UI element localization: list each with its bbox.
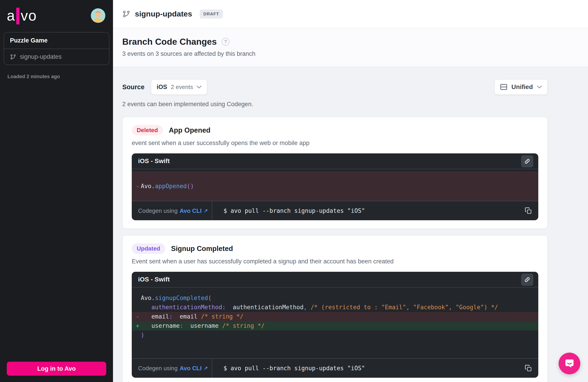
chevron-down-icon xyxy=(537,85,542,89)
avatar-image xyxy=(91,8,105,23)
codegen-footer: Codegen using Avo CLI ↗ $ avo pull --bra… xyxy=(132,201,538,220)
branch-titlebar: signup-updates DRAFT xyxy=(113,0,588,28)
copy-command-button[interactable] xyxy=(525,201,538,220)
sidebar-item-workspace[interactable]: Puzzle Game xyxy=(4,33,109,49)
code-language-label: iOS - Swift xyxy=(138,158,170,165)
code-line: -Avo.appOpened() xyxy=(132,171,538,201)
logo-pink-bar-icon xyxy=(16,8,20,24)
event-title: Signup Completed xyxy=(171,245,233,253)
link-icon xyxy=(524,158,530,164)
section-header: Branch Code Changes 3 events on 3 source… xyxy=(113,28,588,67)
event-card-app-opened: Deleted App Opened event sent when a use… xyxy=(122,117,548,229)
section-subtitle: 3 events on 3 sources are affected by th… xyxy=(122,50,579,57)
copy-link-button[interactable] xyxy=(521,155,533,167)
code-line: ) xyxy=(132,330,538,340)
avatar[interactable] xyxy=(91,8,105,23)
event-description: event sent when a user successfully open… xyxy=(132,140,538,147)
code-line: - email: email /* string */ xyxy=(132,312,538,321)
source-label: Source xyxy=(122,83,144,91)
avo-logo[interactable]: avo xyxy=(7,7,37,24)
codegen-label: Codegen using xyxy=(138,365,178,372)
copy-icon xyxy=(525,365,532,372)
link-icon xyxy=(524,277,530,283)
sidebar: avo Puzzle Game signup-update xyxy=(0,0,113,382)
unified-view-icon xyxy=(500,84,507,90)
content-area: Source iOS 2 events Unified 2 events can… xyxy=(113,67,588,382)
code-line: + username: username /* string */ xyxy=(132,321,538,330)
cli-command: $ avo pull --branch signup-updates "iOS" xyxy=(212,201,525,220)
copy-command-button[interactable] xyxy=(525,359,538,378)
external-link-icon[interactable]: ↗ xyxy=(204,365,208,371)
section-title: Branch Code Changes xyxy=(122,37,217,47)
source-value: iOS xyxy=(157,83,167,91)
chat-bubble-icon xyxy=(564,358,575,369)
status-badge: DRAFT xyxy=(200,9,223,19)
code-diff: -Avo.appOpened() xyxy=(132,169,538,201)
view-mode-select[interactable]: Unified xyxy=(494,79,548,95)
chevron-down-icon xyxy=(197,85,202,89)
avo-cli-link[interactable]: Avo CLI xyxy=(180,207,202,214)
branch-name: signup-updates xyxy=(20,53,62,60)
login-button[interactable]: Log in to Avo xyxy=(7,362,106,376)
logo-letter-a: a xyxy=(7,8,15,23)
loaded-status: Loaded 2 minutes ago xyxy=(7,74,113,80)
avo-cli-link[interactable]: Avo CLI xyxy=(180,365,202,372)
source-select[interactable]: iOS 2 events xyxy=(151,79,208,95)
event-card-signup-completed: Updated Signup Completed Event sent when… xyxy=(122,235,548,382)
codegen-footer: Codegen using Avo CLI ↗ $ avo pull --bra… xyxy=(132,358,538,378)
page-title: signup-updates xyxy=(135,9,192,18)
view-mode-value: Unified xyxy=(511,83,533,91)
copy-link-button[interactable] xyxy=(521,274,533,286)
external-link-icon[interactable]: ↗ xyxy=(204,208,208,214)
codegen-note: 2 events can been implemented using Code… xyxy=(122,101,548,108)
workspace-name: Puzzle Game xyxy=(10,37,48,44)
copy-icon xyxy=(525,207,532,214)
logo-letters-vo: vo xyxy=(21,8,37,23)
code-diff: Avo.signupCompleted( authenticationMetho… xyxy=(132,288,538,358)
code-line: authenticationMethod: authenticationMeth… xyxy=(132,303,538,312)
code-snippet: iOS - Swift -Avo.appOpened() Codegen usi… xyxy=(132,153,538,220)
code-line: Avo.signupCompleted( xyxy=(132,293,538,303)
event-title: App Opened xyxy=(169,126,210,134)
change-badge: Updated xyxy=(132,243,165,254)
app-window: avo Puzzle Game signup-update xyxy=(0,0,588,382)
toolbar: Source iOS 2 events Unified xyxy=(122,79,548,95)
sidebar-item-branch[interactable]: signup-updates xyxy=(4,49,109,65)
git-branch-icon xyxy=(10,54,16,60)
git-branch-icon xyxy=(122,10,130,18)
code-snippet: iOS - Swift Avo.signupCompleted( authent… xyxy=(132,272,538,378)
source-meta: 2 events xyxy=(171,83,193,91)
codegen-label: Codegen using xyxy=(138,207,178,214)
main-panel: signup-updates DRAFT Branch Code Changes… xyxy=(113,0,588,382)
help-icon[interactable] xyxy=(222,38,229,46)
event-description: Event sent when a user has successfully … xyxy=(132,258,538,265)
chat-launcher-button[interactable] xyxy=(559,353,580,374)
change-badge: Deleted xyxy=(132,125,163,136)
project-switcher: Puzzle Game signup-updates xyxy=(4,32,109,65)
cli-command: $ avo pull --branch signup-updates "iOS" xyxy=(212,359,525,378)
code-language-label: iOS - Swift xyxy=(138,276,170,283)
